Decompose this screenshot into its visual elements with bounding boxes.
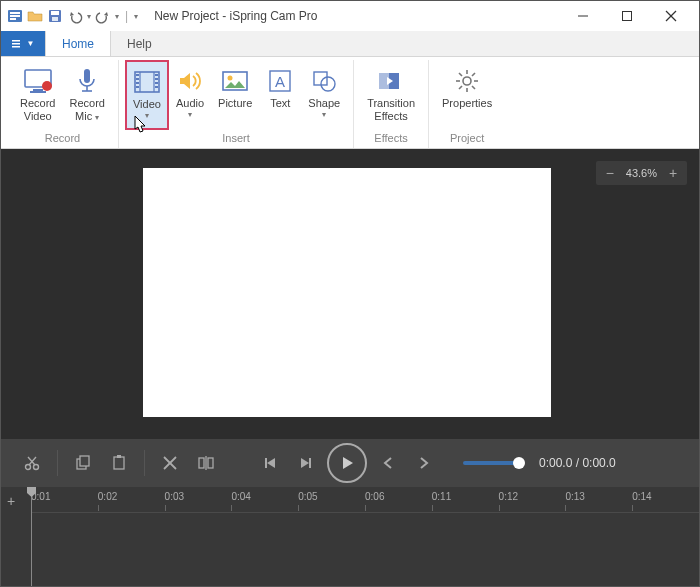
monitor-record-icon — [23, 65, 53, 97]
transport-bar: 0:00.0 / 0:00.0 — [1, 439, 699, 487]
skip-forward-button[interactable] — [291, 448, 321, 478]
file-tab[interactable]: ▼ — [1, 31, 45, 56]
svg-point-18 — [42, 81, 52, 91]
ribbon-group-record: Record Video Record Mic ▾ Record — [7, 60, 119, 148]
properties-button[interactable]: Properties — [435, 60, 499, 130]
timeline-ruler[interactable]: 0:01 0:02 0:03 0:04 0:05 0:06 0:11 0:12 … — [31, 487, 699, 513]
open-icon[interactable] — [27, 8, 43, 24]
undo-dropdown-icon[interactable]: ▾ — [87, 12, 91, 21]
tick-label: 0:12 — [499, 491, 518, 502]
copy-button[interactable] — [68, 448, 98, 478]
svg-rect-30 — [155, 78, 158, 80]
app-icon — [7, 8, 23, 24]
group-label: Record — [45, 130, 80, 148]
split-button[interactable] — [191, 448, 221, 478]
tick-label: 0:11 — [432, 491, 451, 502]
insert-picture-button[interactable]: Picture — [211, 60, 259, 130]
tick-label: 0:04 — [231, 491, 250, 502]
title-bar: ▾ ▾ | ▾ New Project - iSpring Cam Pro — [1, 1, 699, 31]
time-display: 0:00.0 / 0:00.0 — [539, 456, 616, 470]
svg-rect-1 — [10, 12, 20, 14]
label: Text — [270, 97, 290, 110]
label: Audio — [176, 97, 204, 110]
svg-point-50 — [26, 465, 31, 470]
ribbon-group-insert: Video ▾ Audio ▾ Picture A — [119, 60, 354, 148]
save-icon[interactable] — [47, 8, 63, 24]
insert-text-button[interactable]: A Text — [259, 60, 301, 130]
skip-back-button[interactable] — [255, 448, 285, 478]
seek-bar[interactable] — [463, 461, 519, 465]
transition-effects-button[interactable]: Transition Effects — [360, 60, 422, 130]
preview-stage: − 43.6% + — [1, 149, 699, 439]
label: Shape — [308, 97, 340, 110]
minimize-button[interactable] — [561, 1, 605, 31]
label-line2: Mic — [75, 110, 92, 122]
svg-rect-3 — [10, 18, 16, 20]
transition-icon — [377, 65, 405, 97]
tab-home[interactable]: Home — [45, 31, 111, 56]
chevron-down-icon: ▾ — [95, 113, 99, 122]
group-label: Project — [450, 130, 484, 148]
record-video-button[interactable]: Record Video — [13, 60, 62, 130]
svg-rect-14 — [12, 46, 20, 48]
close-button[interactable] — [649, 1, 693, 31]
group-label: Insert — [222, 130, 250, 148]
redo-icon[interactable] — [95, 8, 111, 24]
quick-access-toolbar: ▾ ▾ | ▾ — [7, 8, 138, 24]
insert-shape-button[interactable]: Shape ▾ — [301, 60, 347, 130]
maximize-button[interactable] — [605, 1, 649, 31]
window-title: New Project - iSpring Cam Pro — [146, 9, 561, 23]
svg-rect-28 — [136, 86, 139, 88]
timeline[interactable]: + 0:01 0:02 0:03 0:04 0:05 0:06 0:11 0:1… — [1, 487, 699, 586]
gear-icon — [454, 65, 480, 97]
zoom-out-button[interactable]: − — [604, 165, 616, 181]
tick-label: 0:14 — [632, 491, 651, 502]
ribbon-group-effects: Transition Effects Effects — [354, 60, 429, 148]
picture-icon — [221, 65, 249, 97]
tick-label: 0:05 — [298, 491, 317, 502]
insert-video-button[interactable]: Video ▾ — [125, 60, 169, 130]
svg-rect-27 — [136, 82, 139, 84]
svg-rect-56 — [114, 457, 124, 469]
shape-icon — [311, 65, 337, 97]
svg-rect-25 — [136, 74, 139, 76]
zoom-value: 43.6% — [626, 167, 657, 179]
add-track-button[interactable]: + — [7, 493, 15, 509]
preview-canvas[interactable] — [143, 168, 551, 417]
label: Properties — [442, 97, 492, 110]
svg-rect-57 — [117, 455, 121, 458]
record-mic-button[interactable]: Record Mic ▾ — [62, 60, 111, 130]
svg-rect-61 — [208, 458, 213, 468]
svg-line-48 — [459, 86, 462, 89]
label-line2: Video — [24, 110, 52, 123]
qat-customize-icon[interactable]: ▾ — [134, 12, 138, 21]
insert-audio-button[interactable]: Audio ▾ — [169, 60, 211, 130]
tick-label: 0:02 — [98, 491, 117, 502]
label-line1: Record — [69, 97, 104, 110]
cut-button[interactable] — [17, 448, 47, 478]
svg-rect-26 — [136, 78, 139, 80]
tab-help[interactable]: Help — [111, 31, 169, 56]
next-frame-button[interactable] — [409, 448, 439, 478]
chevron-down-icon: ▾ — [188, 110, 192, 119]
svg-line-52 — [29, 457, 36, 465]
tick-label: 0:03 — [165, 491, 184, 502]
zoom-in-button[interactable]: + — [667, 165, 679, 181]
delete-button[interactable] — [155, 448, 185, 478]
svg-line-53 — [28, 457, 35, 465]
play-button[interactable] — [327, 443, 367, 483]
seek-knob[interactable] — [513, 457, 525, 469]
undo-icon[interactable] — [67, 8, 83, 24]
playhead[interactable] — [31, 487, 32, 586]
ribbon-group-project: Properties Project — [429, 60, 505, 148]
redo-dropdown-icon[interactable]: ▾ — [115, 12, 119, 21]
tick-label: 0:13 — [565, 491, 584, 502]
svg-text:A: A — [275, 73, 285, 90]
svg-line-47 — [472, 86, 475, 89]
paste-button[interactable] — [104, 448, 134, 478]
svg-point-34 — [228, 76, 233, 81]
prev-frame-button[interactable] — [373, 448, 403, 478]
time-total: 0:00.0 — [582, 456, 615, 470]
svg-rect-55 — [80, 456, 89, 466]
svg-rect-19 — [84, 69, 90, 83]
